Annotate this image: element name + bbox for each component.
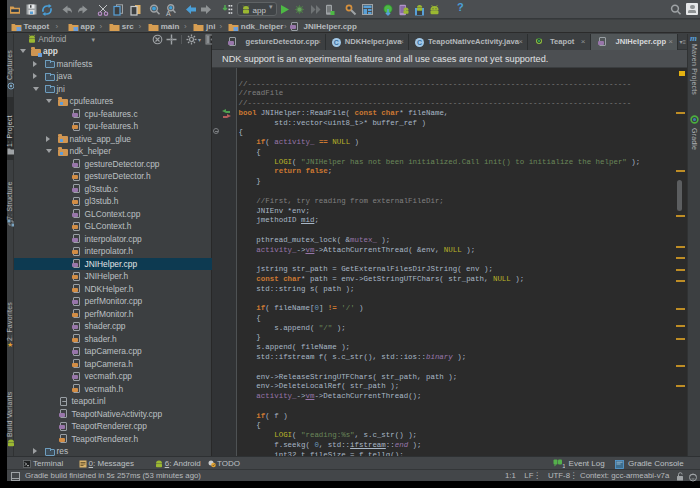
svg-text:1: 1 bbox=[562, 463, 565, 469]
svg-text:A: A bbox=[166, 10, 171, 17]
